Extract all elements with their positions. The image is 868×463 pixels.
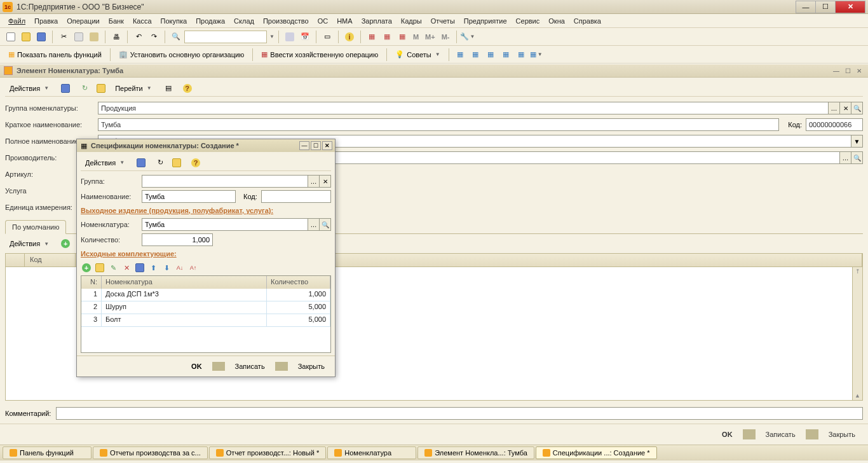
quick1-icon[interactable]: ▦ xyxy=(453,48,467,62)
dialog-maximize-button[interactable]: ☐ xyxy=(311,141,321,150)
dlg-qty-input[interactable] xyxy=(142,233,213,246)
dlg-actions-menu[interactable]: Действия▼ xyxy=(81,156,129,170)
copy-button[interactable] xyxy=(72,30,86,44)
search-dropdown[interactable]: ▼ xyxy=(269,34,275,39)
task-item-5[interactable]: Спецификации ...: Создание * xyxy=(536,446,657,459)
report2-icon[interactable]: ▦ xyxy=(380,30,394,44)
list-col-marker[interactable] xyxy=(6,254,25,266)
menu-operations[interactable]: Операции xyxy=(62,15,104,27)
search-input[interactable] xyxy=(184,31,267,43)
maker-select-icon[interactable]: … xyxy=(840,151,851,164)
cut-button[interactable]: ✂ xyxy=(57,30,71,44)
task-item-0[interactable]: Панель функций xyxy=(3,446,92,459)
fullname-dropdown-icon[interactable]: ▼ xyxy=(851,135,863,148)
dlg-code-input[interactable] xyxy=(261,190,331,203)
save-button[interactable] xyxy=(34,30,48,44)
subwin-restore[interactable]: ☐ xyxy=(843,66,853,75)
menu-service[interactable]: Сервис xyxy=(512,15,545,27)
paste-button[interactable] xyxy=(87,30,101,44)
menu-production[interactable]: Производство xyxy=(259,15,313,27)
tab-default[interactable]: По умолчанию xyxy=(5,220,66,234)
undo-button[interactable]: ↶ xyxy=(132,30,146,44)
dlg-group-select-icon[interactable]: … xyxy=(308,175,320,188)
windows-button[interactable]: ▭ xyxy=(320,30,334,44)
scale-m-button[interactable]: M xyxy=(410,33,421,41)
quick2-icon[interactable]: ▦ xyxy=(468,48,482,62)
set-org-button[interactable]: 🏢Установить основную организацию xyxy=(114,48,249,62)
list-add-icon[interactable]: + xyxy=(58,237,72,251)
list-icon[interactable]: ▤ xyxy=(161,81,175,95)
dlg-close-button[interactable]: Закрыть xyxy=(292,360,331,373)
help-button[interactable]: i xyxy=(342,30,356,44)
dlg-group-input[interactable] xyxy=(142,175,308,188)
form-help-icon[interactable]: ? xyxy=(180,81,194,95)
th-name[interactable]: Номенклатура xyxy=(102,276,267,289)
quick6-icon[interactable]: ▦▼ xyxy=(529,48,543,62)
quick4-icon[interactable]: ▦ xyxy=(499,48,513,62)
redo-button[interactable]: ↷ xyxy=(147,30,161,44)
refresh-form-icon[interactable]: ↻ xyxy=(78,81,92,95)
dlg-refresh-icon[interactable]: ↻ xyxy=(153,156,167,170)
form-ok-button[interactable]: OK xyxy=(715,428,739,441)
maximize-button[interactable]: ☐ xyxy=(815,1,836,13)
tbl-add-icon[interactable]: + xyxy=(81,262,92,273)
tbl-edit-icon[interactable]: ✎ xyxy=(107,262,119,273)
dlg-name-input[interactable] xyxy=(142,190,236,203)
show-panel-button[interactable]: ▦Показать панель функций xyxy=(4,48,106,62)
open-button[interactable] xyxy=(19,30,33,44)
dlg-nomen-input[interactable] xyxy=(142,218,308,231)
menu-warehouse[interactable]: Склад xyxy=(229,15,259,27)
shortname-input[interactable] xyxy=(98,118,779,131)
task-item-2[interactable]: Отчет производст...: Новый * xyxy=(209,446,326,459)
quick3-icon[interactable]: ▦ xyxy=(484,48,498,62)
th-qty[interactable]: Количество xyxy=(267,276,330,289)
tips-button[interactable]: 💡Советы▼ xyxy=(391,48,444,62)
menu-bank[interactable]: Банк xyxy=(104,15,128,27)
group-select-icon[interactable]: … xyxy=(829,102,840,114)
dlg-write-button[interactable]: Записать xyxy=(229,360,271,373)
code-input[interactable] xyxy=(806,118,863,131)
comment-input[interactable] xyxy=(56,407,863,420)
th-num[interactable]: N: xyxy=(81,276,102,289)
actions-menu[interactable]: Действия▼ xyxy=(5,81,53,95)
menu-file[interactable]: Файл xyxy=(4,15,30,27)
menu-enterprise[interactable]: Предприятие xyxy=(459,15,512,27)
dialog-close-button[interactable]: ✕ xyxy=(322,141,332,150)
scale-mminus-button[interactable]: M- xyxy=(439,33,452,41)
print-button[interactable]: 🖶 xyxy=(109,30,123,44)
menu-sale[interactable]: Продажа xyxy=(191,15,229,27)
menu-windows[interactable]: Окна xyxy=(544,15,569,27)
tbl-delete-icon[interactable]: ✕ xyxy=(121,262,132,273)
table-row[interactable]: 2 Шуруп 5,000 xyxy=(81,301,330,314)
report1-icon[interactable]: ▦ xyxy=(365,30,379,44)
menu-nma[interactable]: НМА xyxy=(332,15,356,27)
tbl-sort-desc-icon[interactable]: A↑ xyxy=(187,262,199,273)
dlg-help-icon[interactable]: ? xyxy=(189,156,203,170)
tbl-copy-icon[interactable] xyxy=(94,262,105,273)
form-write-button[interactable]: Записать xyxy=(759,428,802,441)
quick5-icon[interactable]: ▦ xyxy=(514,48,528,62)
scroll-up-icon[interactable]: ▲ xyxy=(855,392,860,399)
task-item-4[interactable]: Элемент Номенкла...: Тумба xyxy=(417,446,534,459)
subwin-close[interactable]: ✕ xyxy=(854,66,864,75)
dlg-nomen-select-icon[interactable]: … xyxy=(308,218,320,231)
go-menu[interactable]: Перейти▼ xyxy=(111,81,156,95)
calendar-button[interactable]: 📅 xyxy=(298,30,312,44)
group-search-icon[interactable]: 🔍 xyxy=(851,102,863,114)
copy-form-icon[interactable] xyxy=(94,81,108,95)
search-icon[interactable]: 🔍 xyxy=(169,30,183,44)
subwin-minimize[interactable]: — xyxy=(831,66,841,75)
dlg-nomen-search-icon[interactable]: 🔍 xyxy=(320,218,331,231)
table-row[interactable]: 3 Болт 5,000 xyxy=(81,314,330,327)
group-input[interactable] xyxy=(98,102,829,114)
form-close-button[interactable]: Закрыть xyxy=(822,428,862,441)
report3-icon[interactable]: ▦ xyxy=(395,30,409,44)
new-button[interactable] xyxy=(4,30,18,44)
list-actions-menu[interactable]: Действия▼ xyxy=(5,237,53,251)
dlg-ok-button[interactable]: OK xyxy=(185,360,208,373)
task-item-1[interactable]: Отчеты производства за с... xyxy=(93,446,208,459)
tbl-sort-asc-icon[interactable]: A↓ xyxy=(174,262,186,273)
menu-reports[interactable]: Отчеты xyxy=(426,15,459,27)
tbl-moveup-icon[interactable]: ⬆ xyxy=(147,262,159,273)
menu-purchase[interactable]: Покупка xyxy=(156,15,192,27)
